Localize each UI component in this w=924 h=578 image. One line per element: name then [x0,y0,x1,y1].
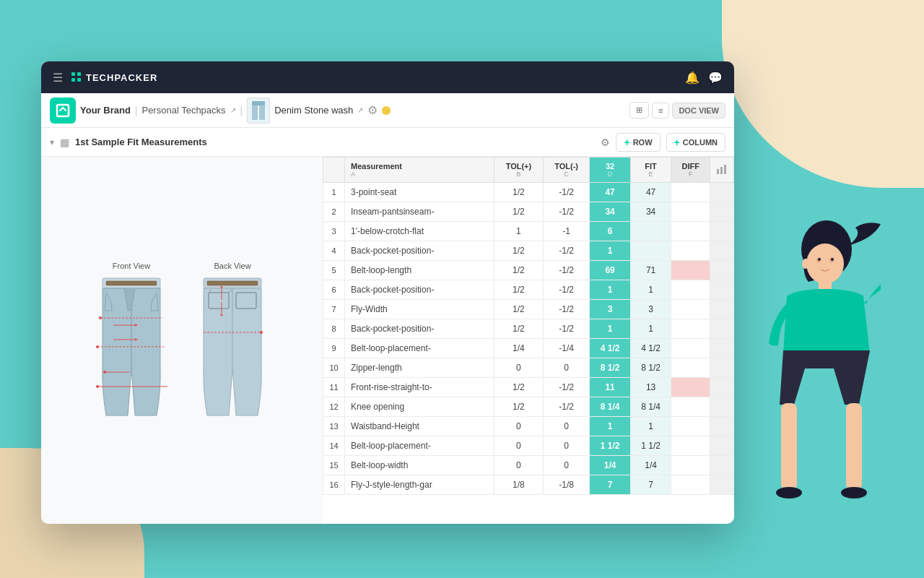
fit-cell[interactable]: 7 [630,475,671,495]
table-row[interactable]: 4Back-pocket-position-1/2-1/21 [323,241,734,261]
table-row[interactable]: 15Belt-loop-width001/41/4 [323,456,734,475]
fit-cell[interactable]: 47 [630,183,671,202]
size-32-cell[interactable]: 4 1/2 [590,339,631,358]
table-row[interactable]: 12Knee opening1/2-1/28 1/48 1/4 [323,397,734,417]
doc-view-button[interactable]: DOC VIEW [672,103,725,118]
fit-cell[interactable]: 1 [630,280,671,300]
add-row-button[interactable]: + ROW [616,133,660,152]
tol-minus-cell: -1/2 [543,241,589,261]
section-settings-icon[interactable]: ⚙ [601,137,610,148]
diff-cell[interactable] [671,241,710,261]
measurements-table-panel[interactable]: Measurement A TOL(+) B TOL(-) C 32 [323,157,734,524]
diff-cell[interactable] [671,261,710,280]
table-header: Measurement A TOL(+) B TOL(-) C 32 [323,158,734,183]
table-row[interactable]: 13-point-seat1/2-1/24747 [323,183,734,202]
measurements-table: Measurement A TOL(+) B TOL(-) C 32 [323,157,734,495]
tol-minus-cell: -1/2 [543,300,589,319]
diff-cell[interactable] [671,222,710,241]
size-32-cell[interactable]: 34 [590,202,631,222]
breadcrumb-right: ⊞ ≡ DOC VIEW [629,102,725,118]
tol-plus-cell: 0 [494,456,543,475]
chevron-down-icon[interactable]: ▾ [50,137,54,147]
size-32-cell[interactable]: 47 [590,183,631,202]
diff-cell[interactable] [671,436,710,456]
diff-cell[interactable] [671,378,710,397]
size-32-cell[interactable]: 1/4 [590,456,631,475]
fit-cell[interactable]: 13 [630,378,671,397]
table-row[interactable]: 9Belt-loop-placement-1/4-1/44 1/24 1/2 [323,339,734,358]
logo-icon [71,72,82,82]
fit-cell[interactable]: 3 [630,300,671,319]
size-32-cell[interactable]: 11 [590,378,631,397]
table-row[interactable]: 16Fly-J-style-length-gar1/8-1/877 [323,475,734,495]
hamburger-icon[interactable]: ☰ [53,71,63,85]
row-number: 8 [323,319,345,339]
fit-cell[interactable]: 1/4 [630,456,671,475]
diff-cell[interactable] [671,319,710,339]
diff-cell[interactable] [671,280,710,300]
svg-rect-30 [717,169,719,174]
row-number: 9 [323,339,345,358]
table-row[interactable]: 6Back-pocket-position-1/2-1/211 [323,280,734,300]
diff-cell[interactable] [671,339,710,358]
list-view-button[interactable]: ≡ [652,103,669,118]
table-row[interactable]: 11Front-rise-straight-to-1/2-1/21113 [323,378,734,397]
col-header-fit: FIT E [630,158,671,183]
size-32-cell[interactable]: 6 [590,222,631,241]
personal-techpacks-link[interactable]: Personal Techpacks [141,105,225,116]
fit-cell[interactable]: 8 1/4 [630,397,671,417]
diff-cell[interactable] [671,456,710,475]
table-row[interactable]: 8Back-pocket-position-1/2-1/211 [323,319,734,339]
grid-view-button[interactable]: ⊞ [629,102,649,118]
fit-cell[interactable]: 4 1/2 [630,339,671,358]
size-32-cell[interactable]: 8 1/2 [590,358,631,378]
table-row[interactable]: 13Waistband-Height0011 [323,417,734,436]
bg-decoration-top-right [722,0,924,188]
fit-cell[interactable]: 71 [630,261,671,280]
svg-point-9 [96,385,99,388]
add-column-button[interactable]: + COLUMN [666,133,725,152]
diff-cell[interactable] [671,358,710,378]
diff-cell[interactable] [671,417,710,436]
fit-cell[interactable]: 1 [630,319,671,339]
size-32-cell[interactable]: 1 [590,319,631,339]
size-32-cell[interactable]: 7 [590,475,631,495]
size-32-cell[interactable]: 3 [590,300,631,319]
size-32-cell[interactable]: 1 [590,241,631,261]
table-row[interactable]: 5Belt-loop-length1/2-1/26971 [323,261,734,280]
table-row[interactable]: 10Zipper-length008 1/28 1/2 [323,358,734,378]
size-32-cell[interactable]: 8 1/4 [590,397,631,417]
settings-icon[interactable]: ⚙ [367,103,378,117]
diff-cell[interactable] [671,202,710,222]
product-name[interactable]: Denim Stone wash [274,105,353,116]
notification-icon[interactable]: 🔔 [685,71,699,85]
measurement-cell: Zipper-length [345,358,494,378]
brand-name[interactable]: Your Brand [80,105,131,116]
fit-cell[interactable] [630,222,671,241]
size-32-cell[interactable]: 69 [590,261,631,280]
table-row[interactable]: 14Belt-loop-placement-001 1/21 1/2 [323,436,734,456]
table-row[interactable]: 2Inseam-pantsinseam-1/2-1/23434 [323,202,734,222]
section-title: 1st Sample Fit Measurements [75,137,207,147]
diff-cell[interactable] [671,183,710,202]
chat-icon[interactable]: 💬 [708,71,723,85]
svg-rect-39 [781,403,797,490]
table-row[interactable]: 31'-below-crotch-flat1-16 [323,222,734,241]
fit-cell[interactable]: 34 [630,202,671,222]
tol-plus-cell: 1/2 [494,378,543,397]
fit-cell[interactable]: 8 1/2 [630,358,671,378]
measurement-cell: Inseam-pantsinseam- [345,202,494,222]
diff-cell[interactable] [671,397,710,417]
size-32-cell[interactable]: 1 [590,417,631,436]
app-name: TECHPACKER [86,72,157,83]
diff-cell[interactable] [671,475,710,495]
diff-cell[interactable] [671,300,710,319]
size-32-cell[interactable]: 1 1/2 [590,436,631,456]
size-32-cell[interactable]: 1 [590,280,631,300]
extra-cell [710,183,734,202]
fit-cell[interactable] [630,241,671,261]
fit-cell[interactable]: 1 1/2 [630,436,671,456]
tol-minus-cell: 0 [543,456,589,475]
table-row[interactable]: 7Fly-Width1/2-1/233 [323,300,734,319]
fit-cell[interactable]: 1 [630,417,671,436]
